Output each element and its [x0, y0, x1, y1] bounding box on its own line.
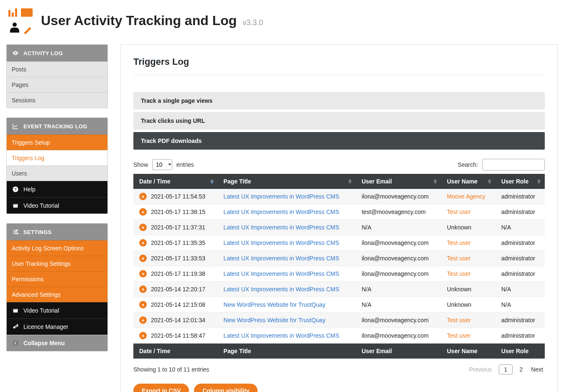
eye-icon — [12, 49, 19, 57]
expand-row-icon[interactable]: + — [139, 285, 147, 293]
expand-row-icon[interactable]: + — [139, 239, 147, 247]
arrow-left-circle-icon — [12, 339, 19, 347]
column-visibility-button[interactable]: Column visibility — [194, 384, 258, 392]
cell-page-title[interactable]: Latest UX Improvements in WordPress CMS — [224, 332, 339, 339]
fcol-page-title: Page Title — [218, 344, 356, 359]
table-row: +2021-05-17 11:37:31Latest UX Improvemen… — [133, 220, 545, 235]
sidebar-section-event: EVENT TRACKING LOG Triggers Setup Trigge… — [6, 117, 108, 214]
table-row: +2021-05-17 11:54:53Latest UX Improvemen… — [133, 189, 545, 204]
svg-point-6 — [13, 340, 18, 346]
sidebar-item-advanced-settings[interactable]: Advanced Settings — [7, 287, 107, 302]
sidebar-item-posts[interactable]: Posts — [7, 61, 107, 77]
log-table: Date / Time Page Title User Email User N… — [133, 174, 545, 359]
cell-user-name: Unknown — [447, 286, 471, 293]
cell-user-name[interactable]: Test user — [447, 255, 471, 262]
entries-select[interactable]: 10 — [152, 159, 172, 170]
version-label: v3.3.0 — [242, 18, 263, 27]
cell-page-title[interactable]: Latest UX Improvements in WordPress CMS — [224, 255, 339, 262]
cell-user-email: test@mooveagency.com — [362, 209, 426, 215]
col-user-name[interactable]: User Name — [441, 174, 495, 189]
cell-page-title[interactable]: New WordPress Website for TrustQuay — [224, 301, 326, 308]
pagination-next[interactable]: Next — [529, 365, 545, 374]
cell-user-role: administrator — [501, 317, 535, 323]
chart-line-icon — [12, 122, 19, 130]
cell-user-email: ilona@mooveagency.com — [362, 239, 429, 246]
cell-user-email: ilona@mooveagency.com — [362, 255, 429, 262]
cell-page-title[interactable]: Latest UX Improvements in WordPress CMS — [224, 239, 339, 246]
cell-page-title[interactable]: New WordPress Website for TrustQuay — [224, 317, 326, 323]
cell-datetime: 2021-05-17 11:37:31 — [151, 224, 205, 231]
cell-user-name[interactable]: Test user — [447, 332, 471, 339]
cell-user-role: administrator — [501, 193, 535, 200]
cell-page-title[interactable]: Latest UX Improvements in WordPress CMS — [224, 270, 339, 277]
content-title: Triggers Log — [133, 56, 545, 67]
expand-row-icon[interactable]: + — [139, 301, 147, 308]
table-footer: Showing 1 to 10 of 11 entries Previous 1… — [133, 364, 545, 374]
sidebar-item-triggers-setup[interactable]: Triggers Setup — [7, 135, 107, 150]
cell-user-name[interactable]: Test user — [447, 239, 471, 246]
expand-row-icon[interactable]: + — [139, 316, 147, 324]
help-icon: ? — [12, 186, 19, 193]
sidebar-item-sessions[interactable]: Sessions — [7, 92, 107, 108]
cell-user-name[interactable]: Test user — [447, 317, 471, 323]
cell-page-title[interactable]: Latest UX Improvements in WordPress CMS — [224, 286, 339, 293]
sidebar-item-tracking-settings[interactable]: User Tracking Settings — [7, 256, 107, 271]
expand-row-icon[interactable]: + — [139, 332, 147, 339]
fcol-user-name: User Name — [441, 344, 495, 359]
page-title-wrap: User Activity Tracking and Log v3.3.0 — [41, 13, 263, 28]
expand-row-icon[interactable]: + — [139, 255, 147, 262]
accordion-item-pdf-downloads[interactable]: Track PDF downloads — [133, 132, 545, 150]
fcol-user-role: User Role — [495, 344, 545, 359]
sidebar-item-help[interactable]: ? Help — [7, 181, 107, 197]
expand-row-icon[interactable]: + — [139, 208, 147, 216]
sidebar-item-video-tutorial[interactable]: Video Tutorial — [7, 197, 107, 214]
expand-row-icon[interactable]: + — [139, 270, 147, 277]
col-user-email[interactable]: User Email — [356, 174, 441, 189]
cell-user-email: ilona@mooveagency.com — [362, 332, 429, 339]
cell-user-name[interactable]: Test user — [447, 270, 471, 277]
cell-user-name[interactable]: Test user — [447, 209, 471, 215]
cell-page-title[interactable]: Latest UX Improvements in WordPress CMS — [224, 209, 339, 215]
sidebar-item-licence-manager[interactable]: Licence Manager — [7, 318, 107, 335]
cell-page-title[interactable]: Latest UX Improvements in WordPress CMS — [224, 193, 339, 200]
sidebar-head-activity: ACTIVITY LOG — [7, 45, 107, 61]
cell-user-name[interactable]: Moove Agency — [447, 193, 485, 200]
cell-page-title[interactable]: Latest UX Improvements in WordPress CMS — [224, 224, 339, 231]
col-user-role[interactable]: User Role — [495, 174, 545, 189]
sidebar: ACTIVITY LOG Posts Pages Sessions EVENT … — [6, 44, 108, 361]
sidebar-head-event: EVENT TRACKING LOG — [7, 118, 107, 135]
cell-user-email: ilona@mooveagency.com — [362, 270, 429, 277]
table-info: Showing 1 to 10 of 11 entries — [133, 366, 209, 373]
expand-row-icon[interactable]: + — [139, 224, 147, 231]
col-datetime[interactable]: Date / Time — [133, 174, 218, 189]
sidebar-item-screen-options[interactable]: Activity Log Screen Options — [7, 240, 107, 256]
pagination-prev[interactable]: Previous — [467, 365, 493, 374]
sidebar-section-activity: ACTIVITY LOG Posts Pages Sessions — [6, 44, 108, 108]
sidebar-item-users[interactable]: Users — [7, 165, 107, 181]
cell-datetime: 2021-05-14 12:20:17 — [151, 286, 205, 293]
pagination-page-1[interactable]: 1 — [499, 364, 513, 374]
export-csv-button[interactable]: Export in CSV — [133, 384, 189, 392]
sidebar-item-triggers-log[interactable]: Triggers Log — [7, 150, 107, 165]
key-icon — [12, 323, 19, 331]
sidebar-item-collapse-menu[interactable]: Collapse Menu — [7, 335, 107, 351]
sidebar-item-pages[interactable]: Pages — [7, 77, 107, 92]
search-input[interactable] — [482, 159, 545, 171]
sidebar-head-label: EVENT TRACKING LOG — [23, 123, 87, 130]
main-content: Triggers Log Track a single page views T… — [120, 44, 558, 392]
accordion-item-clicks-url[interactable]: Track clicks using URL — [133, 112, 545, 130]
cell-datetime: 2021-05-17 11:54:53 — [151, 193, 205, 200]
cell-user-role: administrator — [501, 255, 535, 262]
clapperboard-icon — [12, 307, 19, 314]
expand-row-icon[interactable]: + — [139, 193, 147, 200]
sidebar-item-video-tutorial-2[interactable]: Video Tutorial — [7, 302, 107, 318]
pagination-page-2[interactable]: 2 — [518, 365, 524, 374]
accordion-item-single-page[interactable]: Track a single page views — [133, 92, 545, 109]
table-controls: Show 10 entries Search: — [133, 159, 545, 171]
cell-datetime: 2021-05-17 11:35:35 — [151, 239, 205, 246]
cell-datetime: 2021-05-17 11:33:53 — [151, 255, 205, 262]
col-page-title[interactable]: Page Title — [218, 174, 356, 189]
sidebar-item-permissions[interactable]: Permissions — [7, 271, 107, 287]
fcol-user-email: User Email — [356, 344, 441, 359]
cell-user-role: administrator — [501, 332, 535, 339]
